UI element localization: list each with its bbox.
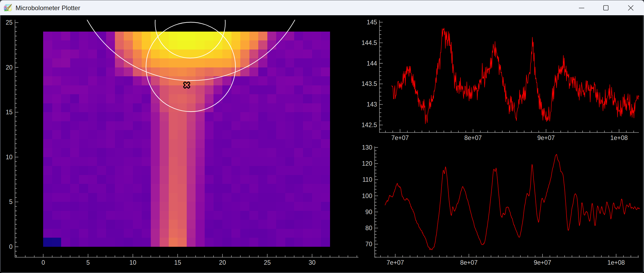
svg-text:7e+07: 7e+07 <box>387 259 404 266</box>
svg-text:5: 5 <box>86 259 90 266</box>
svg-text:8e+07: 8e+07 <box>464 134 482 141</box>
svg-text:7e+07: 7e+07 <box>391 134 409 141</box>
svg-text:20: 20 <box>6 64 13 71</box>
svg-text:30: 30 <box>309 259 316 266</box>
svg-text:142.5: 142.5 <box>361 122 377 128</box>
svg-text:10: 10 <box>6 154 13 161</box>
svg-text:15: 15 <box>6 109 13 116</box>
svg-text:5: 5 <box>9 198 13 205</box>
svg-text:144: 144 <box>367 60 377 67</box>
svg-text:70: 70 <box>365 241 372 248</box>
svg-text:9e+07: 9e+07 <box>537 134 555 141</box>
svg-text:20: 20 <box>219 259 226 266</box>
svg-text:80: 80 <box>365 225 372 232</box>
svg-text:9e+07: 9e+07 <box>534 259 551 266</box>
svg-text:8e+07: 8e+07 <box>460 259 478 266</box>
svg-text:90: 90 <box>365 208 372 215</box>
svg-text:15: 15 <box>174 259 181 266</box>
svg-text:0: 0 <box>42 259 45 266</box>
svg-text:0: 0 <box>9 243 13 250</box>
svg-text:143: 143 <box>367 101 377 108</box>
svg-text:1e+08: 1e+08 <box>610 134 628 141</box>
svg-text:110: 110 <box>362 176 372 183</box>
svg-text:143.5: 143.5 <box>361 80 377 87</box>
svg-text:100: 100 <box>362 192 372 199</box>
svg-text:1e+08: 1e+08 <box>607 259 625 266</box>
svg-text:10: 10 <box>129 259 136 266</box>
svg-text:130: 130 <box>362 144 372 151</box>
svg-text:25: 25 <box>6 19 13 26</box>
svg-text:144.5: 144.5 <box>361 39 377 46</box>
svg-text:145: 145 <box>367 19 377 26</box>
svg-text:25: 25 <box>264 259 271 266</box>
svg-text:120: 120 <box>362 160 372 167</box>
